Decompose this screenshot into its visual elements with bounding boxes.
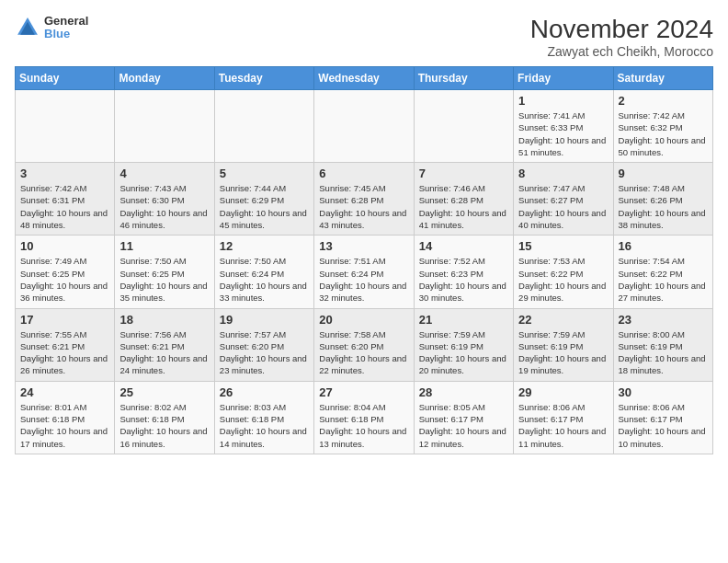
cell-line: Daylight: 10 hours and 36 minutes. xyxy=(20,281,108,303)
calendar-cell: 27Sunrise: 8:04 AMSunset: 6:18 PMDayligh… xyxy=(314,381,414,454)
cell-line: Daylight: 10 hours and 10 minutes. xyxy=(619,426,706,448)
day-number: 25 xyxy=(119,385,209,399)
cell-line: Sunrise: 7:44 AM xyxy=(220,183,286,193)
cell-content: Sunrise: 8:06 AMSunset: 6:17 PMDaylight:… xyxy=(619,401,708,450)
calendar-cell xyxy=(214,90,313,163)
weekday-header: Wednesday xyxy=(314,67,414,90)
calendar-cell: 22Sunrise: 7:59 AMSunset: 6:19 PMDayligh… xyxy=(514,308,613,381)
cell-line: Sunrise: 8:03 AM xyxy=(220,402,286,412)
cell-content: Sunrise: 8:03 AMSunset: 6:18 PMDaylight:… xyxy=(220,401,309,450)
cell-line: Sunset: 6:17 PM xyxy=(619,414,683,424)
cell-line: Daylight: 10 hours and 22 minutes. xyxy=(319,353,406,375)
cell-content: Sunrise: 7:43 AMSunset: 6:30 PMDaylight:… xyxy=(119,182,209,231)
cell-line: Sunrise: 7:53 AM xyxy=(518,256,585,266)
cell-line: Daylight: 10 hours and 33 minutes. xyxy=(220,281,307,303)
cell-line: Sunrise: 7:50 AM xyxy=(220,256,286,266)
cell-content: Sunrise: 7:59 AMSunset: 6:19 PMDaylight:… xyxy=(518,328,608,377)
cell-line: Daylight: 10 hours and 20 minutes. xyxy=(419,353,506,375)
calendar-cell: 2Sunrise: 7:42 AMSunset: 6:32 PMDaylight… xyxy=(613,90,712,163)
cell-content: Sunrise: 7:58 AMSunset: 6:20 PMDaylight:… xyxy=(319,328,408,377)
cell-line: Sunset: 6:17 PM xyxy=(419,414,483,424)
calendar-cell: 12Sunrise: 7:50 AMSunset: 6:24 PMDayligh… xyxy=(214,236,313,308)
calendar-cell: 26Sunrise: 8:03 AMSunset: 6:18 PMDayligh… xyxy=(214,381,313,454)
logo: General Blue xyxy=(15,15,88,41)
day-number: 5 xyxy=(220,167,309,180)
day-number: 6 xyxy=(319,167,408,180)
cell-content: Sunrise: 7:50 AMSunset: 6:24 PMDaylight:… xyxy=(220,255,309,304)
cell-line: Sunset: 6:21 PM xyxy=(119,341,184,351)
cell-line: Sunrise: 7:57 AM xyxy=(220,329,286,339)
cell-line: Sunset: 6:25 PM xyxy=(20,269,85,279)
cell-content: Sunrise: 7:49 AMSunset: 6:25 PMDaylight:… xyxy=(20,255,109,304)
cell-content: Sunrise: 7:42 AMSunset: 6:32 PMDaylight:… xyxy=(619,109,708,158)
calendar-week-row: 3Sunrise: 7:42 AMSunset: 6:31 PMDaylight… xyxy=(16,163,713,236)
cell-line: Sunrise: 8:04 AM xyxy=(319,402,385,412)
cell-content: Sunrise: 7:45 AMSunset: 6:28 PMDaylight:… xyxy=(319,182,408,231)
calendar-cell: 17Sunrise: 7:55 AMSunset: 6:21 PMDayligh… xyxy=(16,308,115,381)
calendar-cell: 1Sunrise: 7:41 AMSunset: 6:33 PMDaylight… xyxy=(514,90,613,163)
cell-line: Sunrise: 7:56 AM xyxy=(119,329,186,339)
cell-line: Daylight: 10 hours and 23 minutes. xyxy=(220,353,307,375)
day-number: 15 xyxy=(518,239,608,253)
cell-content: Sunrise: 7:50 AMSunset: 6:25 PMDaylight:… xyxy=(119,255,209,304)
cell-content: Sunrise: 7:42 AMSunset: 6:31 PMDaylight:… xyxy=(20,182,109,231)
day-number: 19 xyxy=(220,313,309,327)
cell-line: Sunrise: 7:51 AM xyxy=(319,256,385,266)
cell-line: Sunrise: 7:45 AM xyxy=(319,183,385,193)
calendar-cell: 20Sunrise: 7:58 AMSunset: 6:20 PMDayligh… xyxy=(314,308,414,381)
calendar-cell: 29Sunrise: 8:06 AMSunset: 6:17 PMDayligh… xyxy=(514,381,613,454)
cell-line: Daylight: 10 hours and 16 minutes. xyxy=(119,426,207,448)
calendar-cell: 11Sunrise: 7:50 AMSunset: 6:25 PMDayligh… xyxy=(115,236,214,308)
cell-content: Sunrise: 7:47 AMSunset: 6:27 PMDaylight:… xyxy=(518,182,608,231)
cell-line: Daylight: 10 hours and 43 minutes. xyxy=(319,208,406,230)
calendar-cell: 4Sunrise: 7:43 AMSunset: 6:30 PMDaylight… xyxy=(115,163,214,236)
cell-content: Sunrise: 7:48 AMSunset: 6:26 PMDaylight:… xyxy=(619,182,708,231)
cell-content: Sunrise: 7:54 AMSunset: 6:22 PMDaylight:… xyxy=(619,255,708,304)
weekday-header: Thursday xyxy=(414,67,513,90)
cell-content: Sunrise: 7:46 AMSunset: 6:28 PMDaylight:… xyxy=(419,182,508,231)
cell-line: Daylight: 10 hours and 35 minutes. xyxy=(119,281,207,303)
cell-line: Sunrise: 7:59 AM xyxy=(518,329,585,339)
calendar-cell xyxy=(16,90,115,163)
cell-line: Sunset: 6:23 PM xyxy=(419,269,483,279)
cell-line: Sunset: 6:26 PM xyxy=(619,195,683,205)
calendar-cell: 16Sunrise: 7:54 AMSunset: 6:22 PMDayligh… xyxy=(613,236,712,308)
calendar-table: SundayMondayTuesdayWednesdayThursdayFrid… xyxy=(15,66,713,454)
cell-line: Daylight: 10 hours and 19 minutes. xyxy=(518,353,606,375)
cell-content: Sunrise: 7:41 AMSunset: 6:33 PMDaylight:… xyxy=(518,109,608,158)
day-number: 18 xyxy=(119,313,209,327)
cell-line: Daylight: 10 hours and 46 minutes. xyxy=(119,208,207,230)
calendar-cell: 14Sunrise: 7:52 AMSunset: 6:23 PMDayligh… xyxy=(414,236,513,308)
day-number: 22 xyxy=(518,313,608,327)
cell-line: Sunset: 6:17 PM xyxy=(518,414,583,424)
cell-line: Daylight: 10 hours and 11 minutes. xyxy=(518,426,606,448)
cell-content: Sunrise: 7:56 AMSunset: 6:21 PMDaylight:… xyxy=(119,328,209,377)
cell-line: Sunset: 6:24 PM xyxy=(220,269,284,279)
cell-line: Sunrise: 7:54 AM xyxy=(619,256,685,266)
page-subtitle: Zawyat ech Cheikh, Morocco xyxy=(530,44,713,59)
cell-content: Sunrise: 7:53 AMSunset: 6:22 PMDaylight:… xyxy=(518,255,608,304)
cell-line: Sunset: 6:33 PM xyxy=(518,122,583,132)
day-number: 1 xyxy=(518,94,608,108)
cell-line: Daylight: 10 hours and 17 minutes. xyxy=(20,426,108,448)
cell-line: Sunrise: 8:01 AM xyxy=(20,402,86,412)
day-number: 21 xyxy=(419,313,508,327)
cell-line: Sunset: 6:20 PM xyxy=(220,341,284,351)
cell-line: Sunrise: 7:41 AM xyxy=(518,110,585,121)
day-number: 12 xyxy=(220,239,309,253)
calendar-cell xyxy=(414,90,513,163)
day-number: 8 xyxy=(518,167,608,180)
cell-line: Sunset: 6:32 PM xyxy=(619,122,683,132)
cell-line: Daylight: 10 hours and 27 minutes. xyxy=(619,281,706,303)
calendar-cell: 15Sunrise: 7:53 AMSunset: 6:22 PMDayligh… xyxy=(514,236,613,308)
calendar-header-row: SundayMondayTuesdayWednesdayThursdayFrid… xyxy=(16,67,713,90)
cell-line: Daylight: 10 hours and 41 minutes. xyxy=(419,208,506,230)
cell-line: Sunset: 6:27 PM xyxy=(518,195,583,205)
cell-line: Sunset: 6:21 PM xyxy=(20,341,85,351)
calendar-cell xyxy=(314,90,414,163)
cell-line: Sunset: 6:31 PM xyxy=(20,195,85,205)
cell-line: Sunrise: 7:49 AM xyxy=(20,256,86,266)
cell-line: Sunrise: 8:00 AM xyxy=(619,329,685,339)
cell-line: Sunset: 6:18 PM xyxy=(319,414,383,424)
logo-text: General Blue xyxy=(44,15,88,41)
